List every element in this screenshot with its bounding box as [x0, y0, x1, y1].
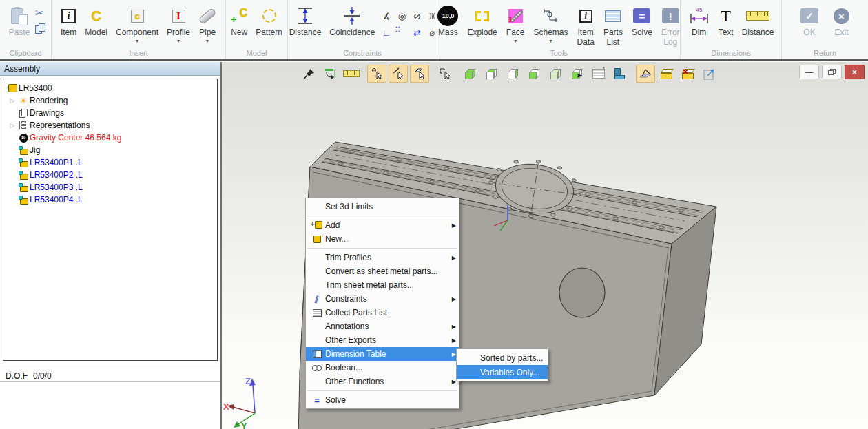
tree-item-drawings[interactable]: Drawings	[3, 107, 217, 119]
menu-item-constraints[interactable]: ∥ Constraints ▶	[306, 292, 459, 306]
pipe-button[interactable]: Pipe ▾	[194, 3, 220, 44]
menu-item-convert-sheet-metal[interactable]: Convert as sheet metal parts...	[306, 264, 459, 278]
pin-toolbar-button[interactable]	[299, 65, 318, 83]
component-button[interactable]: c Component ▾	[112, 3, 163, 44]
submenu-item-variables-only[interactable]: Variables Only...	[457, 365, 548, 379]
copy-icon[interactable]	[35, 23, 46, 34]
profile-button[interactable]: I Profile ▾	[163, 3, 194, 44]
item-button[interactable]: i Item	[56, 3, 81, 38]
new-button[interactable]: C+ New	[227, 3, 251, 38]
tree-item-part-1[interactable]: LR53400P1 .L	[3, 156, 217, 169]
distance-constraint-button[interactable]: Distance	[285, 3, 326, 38]
text-button[interactable]: T Text	[714, 3, 738, 38]
minimize-button[interactable]: —	[799, 65, 819, 79]
model-button[interactable]: C Model	[81, 3, 112, 38]
solve-button[interactable]: = Solve	[628, 3, 657, 38]
menu-item-add[interactable]: + Add ▶	[306, 218, 459, 232]
expand-arrow-icon	[703, 67, 716, 80]
coincidence-button[interactable]: Coincidence	[325, 3, 379, 38]
sketch-plane-toolbar-button[interactable]	[636, 65, 655, 83]
part-mode-toolbar-button[interactable]	[610, 65, 630, 83]
view-select-toolbar-button[interactable]: ➤	[568, 65, 587, 83]
menu-item-other-functions[interactable]: Other Functions ▶	[306, 375, 459, 388]
equal-distance-constraint-icon[interactable]: ↔↔	[394, 24, 409, 41]
menu-item-annotations[interactable]: Annotations ▶	[306, 320, 459, 333]
menu-item-new[interactable]: New...	[306, 232, 459, 246]
menu-item-boolean[interactable]: Boolean...	[306, 361, 459, 375]
menu-item-label: Boolean...	[325, 363, 456, 373]
select-point-toolbar-button[interactable]	[367, 65, 386, 83]
menu-item-solve[interactable]: = Solve	[306, 393, 459, 407]
menu-item-label: Collect Parts List	[325, 308, 456, 317]
tree-item-jig[interactable]: Jig	[3, 144, 217, 156]
view-front-face-toolbar-button[interactable]	[525, 65, 544, 83]
panel-collapse-handle[interactable]: ▾	[0, 362, 220, 368]
explode-button[interactable]: Explode	[463, 3, 501, 38]
box-delete-toolbar-button[interactable]: ×	[679, 65, 698, 83]
tree-item-root[interactable]: LR53400	[3, 82, 217, 94]
error-log-button[interactable]: ! Error Log	[657, 3, 684, 48]
tree-item-label: Drawings	[30, 108, 64, 118]
face-dropdown-caret[interactable]: ▾	[514, 39, 517, 44]
menu-item-other-exports[interactable]: Other Exports ▶	[306, 333, 459, 347]
select-edge-toolbar-button[interactable]	[389, 65, 408, 83]
profile-dropdown-caret[interactable]: ▾	[177, 39, 180, 44]
restore-button[interactable]	[822, 65, 842, 79]
distance-measure-button[interactable]: Distance	[738, 3, 778, 38]
paste-button[interactable]: Paste	[5, 3, 34, 38]
parallel-constraint-icon[interactable]: ⇄	[409, 24, 424, 41]
expand-view-toolbar-button[interactable]	[700, 65, 719, 83]
exit-button[interactable]: × Exit	[829, 3, 854, 38]
box-open-toolbar-button[interactable]	[657, 65, 676, 83]
pattern-button[interactable]: Pattern	[251, 3, 287, 38]
pipe-dropdown-caret[interactable]: ▾	[206, 39, 209, 44]
cut-icon[interactable]: ✂	[35, 8, 46, 18]
tangent-constraint-icon[interactable]: ⊘	[409, 8, 424, 24]
submenu-item-sorted-by-parts[interactable]: Sorted by parts...	[457, 350, 548, 365]
expander-icon[interactable]: ▷	[8, 122, 17, 129]
coincidence-icon	[343, 6, 361, 26]
ribbon-group-model: C+ New Pattern Model	[226, 0, 288, 59]
ruler-toolbar-button[interactable]	[342, 65, 361, 83]
view-isometric-toolbar-button[interactable]	[546, 65, 566, 83]
submenu-arrow-icon: ▶	[452, 222, 456, 229]
paste-icon	[11, 7, 28, 25]
ok-button[interactable]: ✓ OK	[796, 3, 823, 38]
close-button[interactable]: ×	[845, 65, 865, 79]
tree-item-part-3[interactable]: LR53400P3 .L	[3, 181, 217, 193]
expander-icon[interactable]: ▷	[8, 97, 17, 104]
perpendicular-constraint-icon[interactable]: ∟	[379, 24, 394, 41]
mass-button[interactable]: 10,0 Mass	[433, 3, 462, 38]
menu-item-set-3d-limits[interactable]: Set 3d Limits	[306, 200, 459, 213]
tree-item-part-4[interactable]: LR53400P4 .L	[3, 193, 217, 206]
view-shaded-toolbar-button[interactable]	[461, 65, 480, 83]
face-button[interactable]: I Face ▾	[502, 3, 529, 44]
measure-move-toolbar-button[interactable]	[320, 65, 340, 83]
angle-constraint-icon[interactable]: ∡	[379, 8, 394, 24]
menu-item-trim-sheet-metal[interactable]: Trim sheet metal parts...	[306, 278, 459, 292]
view-right-face-toolbar-button[interactable]	[504, 65, 523, 83]
display-list-toolbar-button[interactable]: ▾	[589, 65, 608, 83]
tree-item-rendering[interactable]: ▷ ☀ Rendering	[3, 94, 217, 107]
ok-icon: ✓	[800, 8, 818, 23]
select-component-toolbar-button[interactable]	[435, 65, 455, 83]
front-hole	[559, 268, 605, 317]
parts-list-button[interactable]: Parts List	[599, 3, 627, 48]
axis-y-label: Y	[241, 421, 247, 429]
tree-item-part-2[interactable]: LR53400P2 .L	[3, 169, 217, 181]
tree-item-representations[interactable]: ▷ Representations	[3, 119, 217, 132]
tree-item-gravity-center[interactable]: 10 Gravity Center 46.564 kg	[3, 132, 217, 144]
select-face-toolbar-button[interactable]	[410, 65, 429, 83]
menu-item-collect-parts-list[interactable]: Collect Parts List	[306, 306, 459, 320]
menu-item-trim-profiles[interactable]: Trim Profiles ▶	[306, 251, 459, 264]
dof-status: D.O.F 0/0/0	[0, 369, 220, 382]
add-icon: +	[311, 221, 322, 230]
dim-button[interactable]: 45 Dim	[684, 3, 714, 38]
view-top-face-toolbar-button[interactable]	[482, 65, 502, 83]
menu-item-dimension-table[interactable]: Dimension Table ▶	[306, 347, 459, 361]
item-data-button[interactable]: i Item Data	[573, 3, 599, 48]
schemas-dropdown-caret[interactable]: ▾	[549, 39, 552, 44]
schemas-button[interactable]: Schemas ▾	[529, 3, 572, 44]
component-dropdown-caret[interactable]: ▾	[136, 39, 138, 44]
profile-icon: I	[172, 10, 185, 23]
